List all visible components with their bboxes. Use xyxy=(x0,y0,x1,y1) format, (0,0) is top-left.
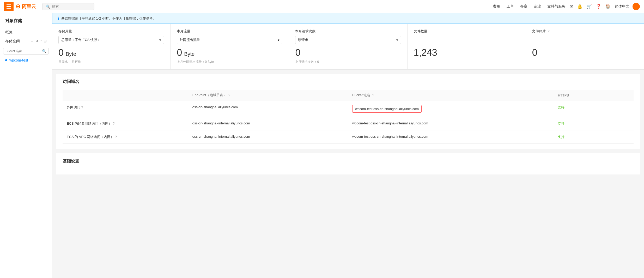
domain-type-label: ECS 的 VPC 网络访问（内网） xyxy=(67,135,114,139)
bucket-name-label: wpcom-test xyxy=(9,58,28,62)
table-header-https: HTTPS xyxy=(554,90,634,101)
storage-number: 0 xyxy=(58,47,64,58)
https-cell: 支持 xyxy=(554,101,634,117)
sort-icon[interactable]: ↕ xyxy=(40,39,42,44)
storage-space-label: 存储空间 xyxy=(5,39,20,44)
stat-card-requests: 本月请求次数 读请求 ▾ 0 上月请求次数：0 xyxy=(289,24,407,69)
main-content: ℹ 基础数据统计平均延迟 1-2 小时。不作为计量数据，仅作参考。 存储用量 总… xyxy=(52,13,644,278)
traffic-label: 本月流量 xyxy=(177,29,282,34)
table-row: ECS 的 VPC 网络访问（内网） ?oss-cn-shanghai-inte… xyxy=(63,130,634,144)
fragments-help-icon[interactable]: ? xyxy=(548,29,549,33)
info-banner-text: 基础数据统计平均延迟 1-2 小时。不作为计量数据，仅作参考。 xyxy=(61,16,156,21)
endpoint-value: oss-cn-shanghai-internal.aliyuncs.com xyxy=(192,121,250,125)
domain-table: EndPoint（地域节点） ? Bucket 域名 ? HTTPS 外网访问 … xyxy=(63,90,634,144)
storage-dropdown-chevron: ▾ xyxy=(159,38,161,42)
table-header-endpoint: EndPoint（地域节点） ? xyxy=(188,90,348,101)
storage-actions: ＋ ↺ ↕ ⊞ xyxy=(30,39,47,44)
domain-type-label: ECS 的经典网络访问（内网） xyxy=(67,122,112,125)
stat-card-traffic: 本月流量 外网流出流量 ▾ 0 Byte 上月外网流出流量：0 Byte xyxy=(171,24,289,69)
traffic-unit: Byte xyxy=(184,51,195,57)
storage-dropdown[interactable]: 总用量（不含 ECS 快照） ▾ xyxy=(58,36,164,44)
type-help-icon[interactable]: ? xyxy=(113,122,115,125)
stat-card-fragments: 文件碎片 ? 0 xyxy=(526,24,644,69)
language-selector[interactable]: 简体中文 xyxy=(615,4,629,9)
logo-icon: ⊖ xyxy=(16,3,20,10)
bell-icon[interactable]: 🔔 xyxy=(577,4,582,9)
nav-link-beian[interactable]: 备案 xyxy=(520,4,527,9)
domain-type-label: 外网访问 xyxy=(67,105,80,109)
message-icon[interactable]: ✉ xyxy=(570,4,573,9)
bucket-domain-highlighted: wpcom-test.oss-cn-shanghai.aliyuncs.com xyxy=(352,105,422,113)
domain-type-cell: ECS 的经典网络访问（内网） ? xyxy=(63,117,188,130)
filecount-number: 1,243 xyxy=(414,47,519,58)
nav-link-support[interactable]: 支持与服务 xyxy=(547,4,566,9)
bucket-search-bar[interactable]: 🔍 xyxy=(3,48,49,55)
search-bar[interactable]: 🔍 xyxy=(42,3,94,10)
traffic-dropdown[interactable]: 外网流出流量 ▾ xyxy=(177,36,282,44)
domain-type-cell: 外网访问 ? xyxy=(63,101,188,117)
traffic-sub: 上月外网流出流量：0 Byte xyxy=(177,60,282,64)
help-icon[interactable]: ❓ xyxy=(596,4,601,9)
sidebar: 对象存储 概览 存储空间 ＋ ↺ ↕ ⊞ 🔍 wpcom-test xyxy=(0,13,52,278)
https-cell: 支持 xyxy=(554,117,634,130)
endpoint-cell: oss-cn-shanghai-internal.aliyuncs.com xyxy=(188,130,348,144)
bucket-domain-header-help-icon[interactable]: ? xyxy=(372,93,374,97)
bucket-search-icon[interactable]: 🔍 xyxy=(42,49,46,53)
requests-number: 0 xyxy=(295,47,300,58)
nav-link-qiye[interactable]: 企业 xyxy=(534,4,541,9)
expand-icon[interactable]: ⊞ xyxy=(44,39,47,44)
hamburger-menu[interactable] xyxy=(4,2,14,11)
stat-card-filecount: 文件数量 1,243 xyxy=(408,24,526,69)
bucket-domain-cell: wpcom-test.oss-cn-shanghai-internal.aliy… xyxy=(348,130,554,144)
search-input[interactable] xyxy=(52,4,91,9)
traffic-value-display: 0 Byte xyxy=(177,47,282,58)
top-navigation: ⊖ 阿里云 🔍 费用 工单 备案 企业 支持与服务 ✉ 🔔 🛒 ❓ 🏠 简体中文 xyxy=(0,0,644,13)
refresh-icon[interactable]: ↺ xyxy=(35,39,39,44)
access-domain-title: 访问域名 xyxy=(63,79,634,84)
basic-settings-section: 基础设置 xyxy=(56,153,640,174)
bucket-domain-cell: wpcom-test.oss-cn-shanghai-internal.aliy… xyxy=(348,117,554,130)
storage-label: 存储用量 xyxy=(58,29,164,34)
requests-sub: 上月请求次数：0 xyxy=(295,60,401,64)
type-help-icon[interactable]: ? xyxy=(115,135,117,139)
bucket-domain-value: wpcom-test.oss-cn-shanghai-internal.aliy… xyxy=(352,121,549,125)
sidebar-item-wpcom-test[interactable]: wpcom-test xyxy=(0,57,52,64)
table-header-bucket-domain: Bucket 域名 ? xyxy=(348,90,554,101)
main-layout: 对象存储 概览 存储空间 ＋ ↺ ↕ ⊞ 🔍 wpcom-test ℹ 基础数据… xyxy=(0,13,644,278)
table-row: ECS 的经典网络访问（内网） ?oss-cn-shanghai-interna… xyxy=(63,117,634,130)
nav-link-feiyong[interactable]: 费用 xyxy=(493,4,500,9)
filecount-label: 文件数量 xyxy=(414,29,519,34)
requests-dropdown[interactable]: 读请求 ▾ xyxy=(295,36,401,44)
fragments-label: 文件碎片 ? xyxy=(532,29,638,34)
home-icon[interactable]: 🏠 xyxy=(605,4,611,9)
stat-card-storage: 存储用量 总用量（不含 ECS 快照） ▾ 0 Byte 月同比 -- 日环比 … xyxy=(52,24,171,69)
bucket-domain-cell: wpcom-test.oss-cn-shanghai.aliyuncs.com xyxy=(348,101,554,117)
sidebar-overview[interactable]: 概览 xyxy=(0,28,52,37)
requests-label: 本月请求次数 xyxy=(295,29,401,34)
requests-dropdown-value: 读请求 xyxy=(298,38,308,42)
table-row: 外网访问 ?oss-cn-shanghai.aliyuncs.comwpcom-… xyxy=(63,101,634,117)
domain-type-cell: ECS 的 VPC 网络访问（内网） ? xyxy=(63,130,188,144)
type-help-icon[interactable]: ? xyxy=(81,106,83,109)
endpoint-cell: oss-cn-shanghai-internal.aliyuncs.com xyxy=(188,117,348,130)
storage-sub: 月同比 -- 日环比 -- xyxy=(58,60,164,64)
https-status: 支持 xyxy=(558,122,564,125)
user-avatar[interactable] xyxy=(633,3,640,10)
storage-value-display: 0 Byte xyxy=(58,47,164,58)
traffic-dropdown-chevron: ▾ xyxy=(278,38,280,42)
search-icon: 🔍 xyxy=(46,4,50,9)
nav-link-gongdan[interactable]: 工单 xyxy=(507,4,514,9)
fragments-number: 0 xyxy=(532,47,638,58)
cart-icon[interactable]: 🛒 xyxy=(587,4,592,9)
access-domain-section: 访问域名 EndPoint（地域节点） ? Bucket 域名 ? HTTPS xyxy=(56,74,640,149)
storage-dropdown-value: 总用量（不含 ECS 快照） xyxy=(61,38,101,42)
https-status: 支持 xyxy=(558,135,564,139)
table-header-type xyxy=(63,90,188,101)
add-bucket-icon[interactable]: ＋ xyxy=(30,39,34,44)
requests-dropdown-chevron: ▾ xyxy=(396,38,398,42)
bucket-search-input[interactable] xyxy=(5,49,42,53)
bucket-domain-value: wpcom-test.oss-cn-shanghai-internal.aliy… xyxy=(352,135,549,138)
sidebar-title: 对象存储 xyxy=(0,18,52,28)
endpoint-header-help-icon[interactable]: ? xyxy=(228,93,230,97)
bucket-indicator-dot xyxy=(5,59,7,61)
